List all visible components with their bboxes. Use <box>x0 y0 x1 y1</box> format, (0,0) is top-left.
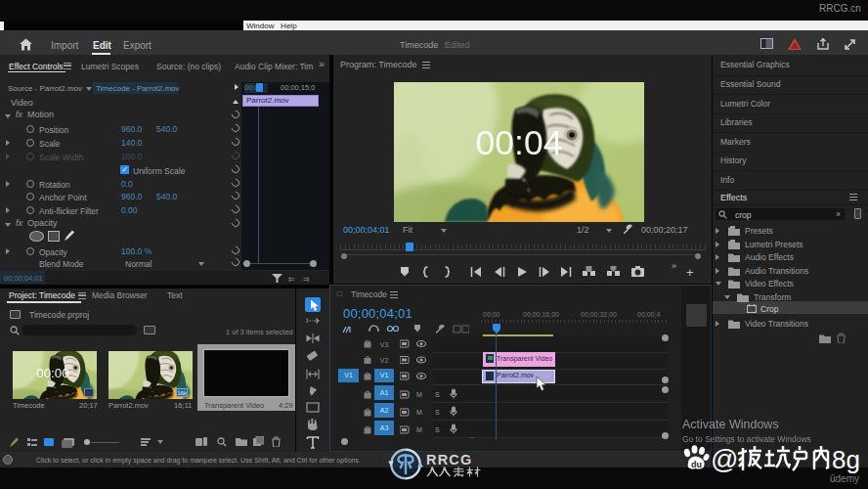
svg-text:S: S <box>435 391 440 398</box>
svg-text:00:04: 00:04 <box>476 123 563 162</box>
svg-text:du: du <box>691 460 702 469</box>
svg-text:S: S <box>435 409 440 416</box>
svg-text:00:00: 00:00 <box>36 366 69 380</box>
svg-text:M: M <box>416 391 422 398</box>
svg-text:RRCG: RRCG <box>426 452 473 467</box>
svg-text:8g: 8g <box>832 445 860 473</box>
svg-text:M: M <box>416 409 422 416</box>
svg-text:S: S <box>435 426 440 433</box>
svg-text:@: @ <box>711 444 738 473</box>
svg-text:M: M <box>416 426 422 433</box>
